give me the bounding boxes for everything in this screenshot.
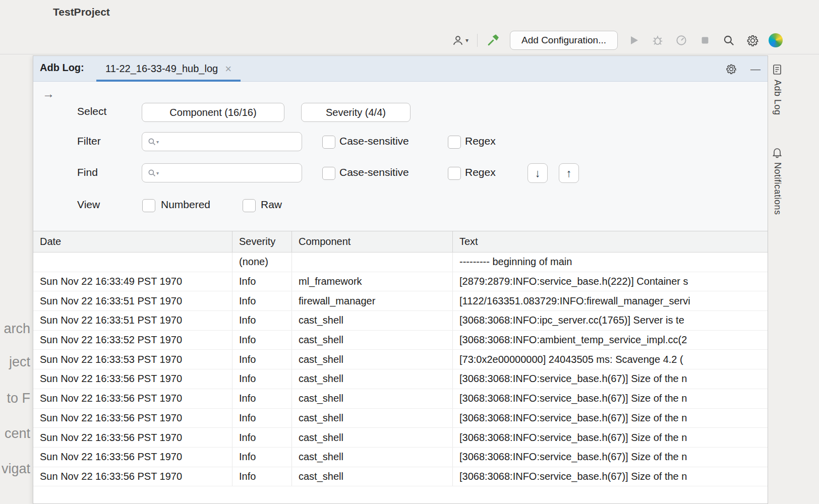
cell-text: [3068:3068:INFO:service_base.h(67)] Size… — [453, 389, 768, 408]
cell-severity: Info — [232, 409, 292, 428]
cell-severity: Info — [232, 369, 292, 389]
search-history-button[interactable]: ▾ — [147, 137, 159, 146]
select-label: Select — [77, 105, 106, 117]
cell-severity: Info — [232, 428, 292, 447]
add-configuration-button[interactable]: Add Configuration... — [510, 31, 618, 50]
background-text-fragment: to F — [0, 391, 30, 406]
cell-date: Sun Nov 22 16:33:56 PST 1970 — [33, 389, 232, 408]
cell-date: Sun Nov 22 16:33:49 PST 1970 — [33, 272, 232, 291]
table-row[interactable]: Sun Nov 22 16:33:56 PST 1970 Info cast_s… — [33, 467, 768, 487]
find-case-sensitive-checkbox[interactable] — [322, 167, 335, 180]
table-row[interactable]: Sun Nov 22 16:33:51 PST 1970 Info firewa… — [33, 291, 768, 311]
column-header-date[interactable]: Date — [33, 231, 232, 252]
background-text-fragment: ject — [0, 354, 30, 370]
search-history-button[interactable]: ▾ — [147, 168, 159, 177]
table-row[interactable]: Sun Nov 22 16:33:52 PST 1970 Info cast_s… — [33, 331, 768, 350]
table-row[interactable]: (none) --------- beginning of main — [33, 253, 768, 272]
cell-text: [3068:3068:INFO:service_base.h(67)] Size… — [453, 467, 768, 486]
filter-label: Filter — [77, 135, 101, 147]
table-row[interactable]: Sun Nov 22 16:33:53 PST 1970 Info cast_s… — [33, 350, 768, 369]
cell-severity: (none) — [232, 253, 292, 272]
cell-component: cast_shell — [292, 389, 453, 408]
cell-severity: Info — [232, 350, 292, 369]
filter-input[interactable] — [161, 133, 302, 151]
play-icon — [628, 34, 640, 46]
cell-text: [1122/163351.083729:INFO:firewall_manage… — [453, 291, 768, 310]
profiler-button[interactable] — [674, 33, 689, 48]
find-regex-label: Regex — [465, 166, 496, 178]
cell-text: [3068:3068:INFO:ipc_server.cc(1765)] Ser… — [453, 311, 768, 330]
cell-text: [3068:3068:INFO:service_base.h(67)] Size… — [453, 369, 768, 389]
table-row[interactable]: Sun Nov 22 16:33:56 PST 1970 Info cast_s… — [33, 448, 768, 467]
cell-text: --------- beginning of main — [453, 253, 768, 272]
stop-button[interactable] — [697, 33, 713, 48]
find-regex-checkbox[interactable] — [448, 167, 461, 180]
table-row[interactable]: Sun Nov 22 16:33:56 PST 1970 Info cast_s… — [33, 428, 768, 448]
background-text-fragment: cent — [0, 426, 30, 442]
severity-filter-button[interactable]: Severity (4/4) — [301, 103, 411, 122]
user-profile-button[interactable]: ▾ — [451, 33, 469, 48]
cell-date — [33, 253, 232, 272]
cell-text: [3068:3068:INFO:service_base.h(67)] Size… — [453, 428, 768, 447]
gear-icon — [746, 34, 759, 47]
side-tab-adb-log[interactable]: Adb Log — [771, 64, 783, 115]
column-header-severity[interactable]: Severity — [232, 231, 292, 252]
chevron-down-icon: ▾ — [156, 139, 159, 145]
filter-regex-checkbox[interactable] — [448, 136, 461, 149]
cell-text: [73:0x2e00000000] 24043505 ms: Scavenge … — [453, 350, 768, 369]
panel-settings-button[interactable] — [725, 63, 737, 75]
profiler-icon — [675, 34, 688, 47]
cell-text: [2879:2879:INFO:service_base.h(222)] Con… — [453, 272, 768, 291]
cell-text: [3068:3068:INFO:service_base.h(67)] Size… — [453, 409, 768, 428]
cell-component: cast_shell — [292, 428, 453, 447]
settings-button[interactable] — [745, 33, 760, 48]
chevron-down-icon: ▾ — [465, 37, 469, 44]
raw-label: Raw — [261, 199, 282, 211]
background-text-fragment: arch — [0, 321, 30, 337]
find-next-button[interactable]: ↓ — [528, 163, 548, 183]
table-row[interactable]: Sun Nov 22 16:33:56 PST 1970 Info cast_s… — [33, 409, 768, 428]
cell-date: Sun Nov 22 16:33:56 PST 1970 — [33, 409, 232, 428]
log-table-header: Date Severity Component Text — [33, 231, 768, 253]
cell-date: Sun Nov 22 16:33:53 PST 1970 — [33, 350, 232, 369]
filter-input-wrap: ▾ — [142, 132, 302, 151]
filter-area: → Select Component (16/16) Severity (4/4… — [33, 82, 768, 231]
sync-sphere-icon[interactable] — [769, 33, 783, 47]
filter-case-sensitive-checkbox[interactable] — [322, 136, 335, 149]
background-text-fragment: vigat — [0, 461, 30, 477]
search-everywhere-button[interactable] — [721, 33, 736, 48]
cell-component — [292, 253, 453, 272]
build-button[interactable] — [486, 33, 501, 48]
raw-checkbox[interactable] — [243, 199, 256, 212]
collapse-arrow-icon[interactable]: → — [42, 87, 54, 101]
minimize-button[interactable]: — — [750, 64, 760, 74]
column-header-text[interactable]: Text — [453, 231, 768, 252]
table-row[interactable]: Sun Nov 22 16:33:49 PST 1970 Info ml_fra… — [33, 272, 768, 292]
table-row[interactable]: Sun Nov 22 16:33:56 PST 1970 Info cast_s… — [33, 389, 768, 409]
close-icon[interactable]: × — [225, 64, 231, 75]
run-button[interactable] — [626, 33, 641, 48]
log-tab[interactable]: 11-22_16-33-49_hub_log × — [96, 56, 241, 82]
side-tab-notifications[interactable]: Notifications — [771, 146, 783, 215]
table-row[interactable]: Sun Nov 22 16:33:56 PST 1970 Info cast_s… — [33, 369, 768, 389]
magnifier-icon — [147, 168, 156, 177]
find-label: Find — [77, 166, 98, 178]
cell-severity: Info — [232, 291, 292, 310]
cell-component: cast_shell — [292, 369, 453, 389]
log-table: Date Severity Component Text (none) ----… — [33, 231, 768, 503]
column-header-component[interactable]: Component — [292, 231, 453, 252]
cell-severity: Info — [232, 331, 292, 350]
find-input[interactable] — [161, 164, 302, 182]
cell-component: cast_shell — [292, 409, 453, 428]
table-row[interactable]: Sun Nov 22 16:33:51 PST 1970 Info cast_s… — [33, 311, 768, 331]
cell-severity: Info — [232, 467, 292, 486]
component-filter-button[interactable]: Component (16/16) — [142, 103, 284, 122]
cell-date: Sun Nov 22 16:33:56 PST 1970 — [33, 369, 232, 389]
find-previous-button[interactable]: ↑ — [559, 163, 579, 183]
debug-button[interactable] — [650, 33, 665, 48]
window-title: TestProject — [53, 6, 110, 18]
log-tab-label: 11-22_16-33-49_hub_log — [105, 63, 218, 75]
numbered-checkbox[interactable] — [142, 199, 155, 212]
panel-header-actions: — — [725, 56, 760, 82]
filter-case-sensitive-label: Case-sensitive — [339, 135, 409, 147]
